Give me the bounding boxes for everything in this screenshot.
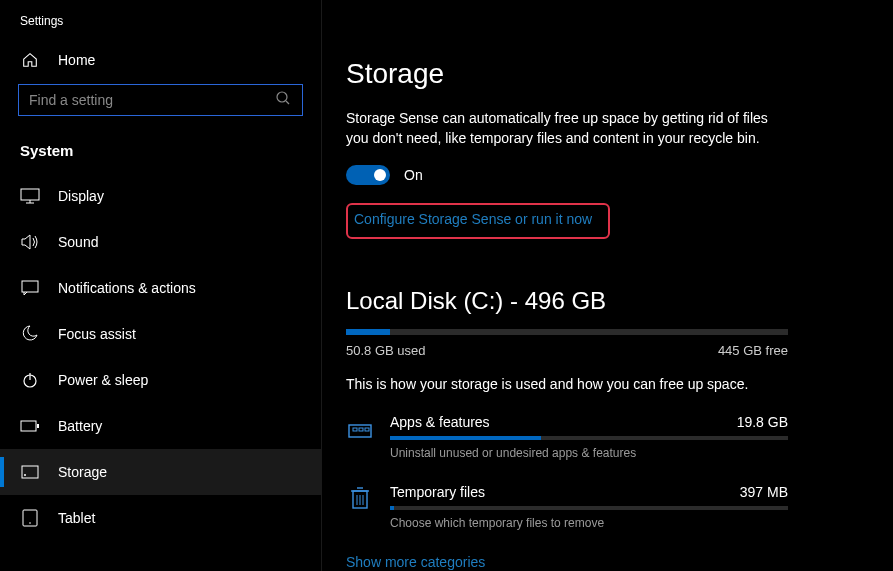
category-temporary-files[interactable]: Temporary files 397 MB Choose which temp… [346, 484, 853, 530]
notifications-icon [20, 278, 40, 298]
home-button[interactable]: Home [0, 38, 321, 84]
display-icon [20, 186, 40, 206]
toggle-label: On [404, 167, 423, 183]
sidebar-item-label: Focus assist [58, 326, 136, 342]
configure-link-highlight: Configure Storage Sense or run it now [346, 203, 610, 239]
category-size: 19.8 GB [737, 414, 788, 430]
category-size: 397 MB [740, 484, 788, 500]
tablet-icon [20, 508, 40, 528]
svg-rect-20 [359, 428, 363, 431]
sound-icon [20, 232, 40, 252]
focus-assist-icon [20, 324, 40, 344]
section-header: System [0, 132, 321, 173]
category-bar [390, 506, 788, 510]
category-apps-features[interactable]: Apps & features 19.8 GB Uninstall unused… [346, 414, 853, 460]
sidebar-item-battery[interactable]: Battery [0, 403, 321, 449]
sidebar-item-storage[interactable]: Storage [0, 449, 321, 495]
storage-sense-description: Storage Sense can automatically free up … [346, 108, 776, 149]
svg-rect-12 [21, 421, 36, 431]
svg-line-5 [286, 101, 289, 104]
svg-rect-13 [37, 424, 39, 428]
sidebar-item-label: Notifications & actions [58, 280, 196, 296]
sidebar-item-notifications[interactable]: Notifications & actions [0, 265, 321, 311]
home-icon [20, 50, 40, 70]
window-title: Settings [0, 8, 321, 38]
home-label: Home [58, 52, 95, 68]
category-bar [390, 436, 788, 440]
svg-point-4 [277, 92, 287, 102]
svg-rect-9 [22, 281, 38, 292]
sidebar-item-label: Storage [58, 464, 107, 480]
svg-rect-6 [21, 189, 39, 200]
sidebar-item-sound[interactable]: Sound [0, 219, 321, 265]
sidebar-item-label: Battery [58, 418, 102, 434]
category-name: Apps & features [390, 414, 490, 430]
show-more-categories-link[interactable]: Show more categories [346, 554, 853, 570]
sidebar-item-label: Power & sleep [58, 372, 148, 388]
disk-usage-bar [346, 329, 788, 335]
disk-used-label: 50.8 GB used [346, 343, 426, 358]
sidebar-item-display[interactable]: Display [0, 173, 321, 219]
page-title: Storage [346, 58, 853, 90]
sidebar-item-focus-assist[interactable]: Focus assist [0, 311, 321, 357]
power-icon [20, 370, 40, 390]
disk-free-label: 445 GB free [718, 343, 788, 358]
disk-title: Local Disk (C:) - 496 GB [346, 287, 853, 315]
svg-rect-21 [365, 428, 369, 431]
storage-sense-toggle[interactable] [346, 165, 390, 185]
svg-rect-14 [22, 466, 38, 478]
svg-point-17 [29, 522, 31, 524]
sidebar-item-label: Display [58, 188, 104, 204]
sidebar: Settings Home System Display Sound [0, 0, 322, 571]
disk-description: This is how your storage is used and how… [346, 376, 853, 392]
apps-icon [346, 414, 374, 442]
category-sub: Uninstall unused or undesired apps & fea… [390, 446, 853, 460]
category-sub: Choose which temporary files to remove [390, 516, 853, 530]
trash-icon [346, 484, 374, 512]
main-content: Storage Storage Sense can automatically … [322, 0, 893, 571]
sidebar-item-label: Sound [58, 234, 98, 250]
battery-icon [20, 416, 40, 436]
sidebar-item-tablet[interactable]: Tablet [0, 495, 321, 541]
storage-icon [20, 462, 40, 482]
svg-rect-19 [353, 428, 357, 431]
search-input[interactable] [18, 84, 303, 116]
category-name: Temporary files [390, 484, 485, 500]
sidebar-item-label: Tablet [58, 510, 95, 526]
sidebar-item-power-sleep[interactable]: Power & sleep [0, 357, 321, 403]
svg-point-15 [24, 474, 26, 476]
search-icon [275, 90, 291, 106]
configure-storage-sense-link[interactable]: Configure Storage Sense or run it now [354, 211, 592, 227]
